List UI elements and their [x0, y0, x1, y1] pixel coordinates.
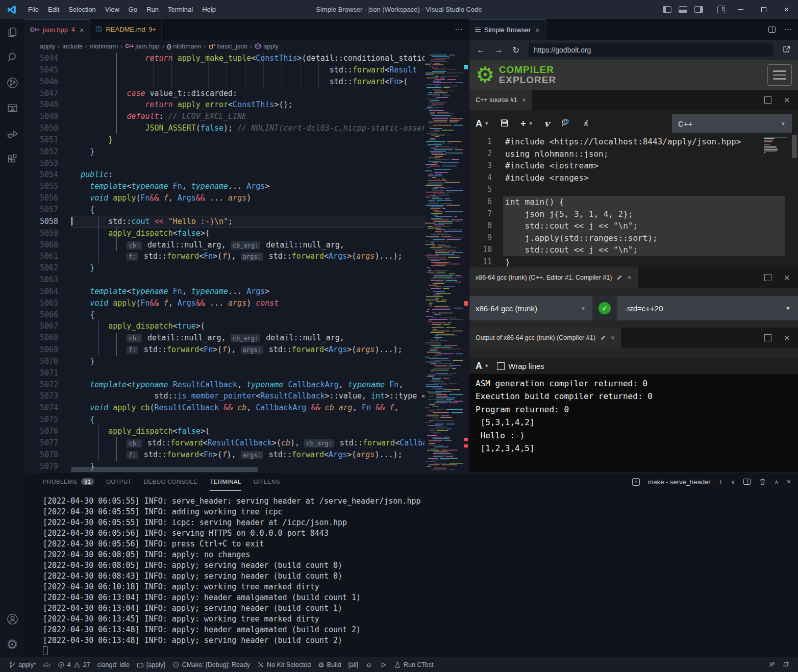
- close-icon[interactable]: ×: [80, 26, 84, 34]
- edit-icon[interactable]: [600, 335, 606, 341]
- code-editor[interactable]: 5044504550465047504850495050505150525053…: [24, 53, 469, 472]
- panel-tab-problems[interactable]: PROBLEMS31: [43, 472, 94, 491]
- panel-tab-debug-console[interactable]: DEBUG CONSOLE: [144, 472, 198, 491]
- maximize-pane-icon[interactable]: [764, 96, 771, 104]
- breadcrumb-item[interactable]: nlohmann: [90, 43, 118, 50]
- status-item-cmake-debug-ready[interactable]: CMake: [Debug]: Ready: [169, 657, 254, 672]
- close-pane-icon[interactable]: ×: [784, 95, 790, 105]
- panel-tab-gitlens[interactable]: GITLENS: [254, 472, 280, 491]
- breadcrumb-item[interactable]: {}nlohmann: [167, 43, 201, 50]
- status-item-run-ctest[interactable]: Run CTest: [390, 657, 437, 672]
- ce-compiler-tab[interactable]: x86-64 gcc (trunk) (C++, Editor #1, Comp…: [469, 267, 638, 288]
- maximize-panel-icon[interactable]: ∧: [775, 479, 779, 485]
- language-select[interactable]: C++▼: [672, 114, 792, 133]
- wrap-lines-checkbox[interactable]: [497, 362, 505, 370]
- save-icon[interactable]: [500, 118, 509, 129]
- tab-readme-md[interactable]: ⓘ README.md 9+: [90, 19, 162, 40]
- run-debug-icon[interactable]: [0, 121, 24, 146]
- status-item-no-kit-selected[interactable]: No Kit Selected: [254, 657, 314, 672]
- hamburger-menu-icon[interactable]: [767, 64, 792, 86]
- maximize-pane-icon[interactable]: [764, 274, 771, 281]
- menu-view[interactable]: View: [101, 0, 124, 19]
- forward-icon[interactable]: →: [494, 45, 503, 55]
- reload-icon[interactable]: ↻: [512, 45, 519, 56]
- cmake-window-icon[interactable]: [0, 95, 24, 121]
- menu-file[interactable]: File: [23, 0, 43, 19]
- status-item[interactable]: [764, 657, 779, 672]
- font-size-icon[interactable]: A ▼: [476, 118, 489, 129]
- tab-simple-browser[interactable]: Simple Browser ×: [469, 19, 546, 40]
- menu-edit[interactable]: Edit: [43, 0, 64, 19]
- status-item-clangd-idle[interactable]: clangd: idle: [94, 657, 133, 672]
- close-icon[interactable]: ×: [627, 273, 631, 282]
- close-icon[interactable]: ×: [611, 334, 615, 342]
- close-window-button[interactable]: ×: [775, 0, 798, 19]
- maximize-pane-icon[interactable]: [764, 334, 771, 341]
- status-item-apply[interactable]: [apply]: [133, 657, 169, 672]
- extensions-icon[interactable]: [0, 146, 24, 172]
- add-pane-icon[interactable]: + ▼: [520, 118, 533, 129]
- maximize-button[interactable]: [752, 0, 775, 19]
- account-icon[interactable]: [0, 606, 24, 632]
- quick-bench-icon[interactable]: [581, 118, 590, 129]
- more-actions-icon[interactable]: ⋯: [784, 24, 792, 34]
- close-icon[interactable]: ×: [535, 26, 540, 34]
- close-panel-icon[interactable]: ×: [787, 478, 791, 486]
- menu-help[interactable]: Help: [197, 0, 220, 19]
- search-icon[interactable]: [0, 44, 24, 70]
- terminal-session-label[interactable]: make - serve_header: [648, 478, 711, 486]
- new-terminal-icon[interactable]: +: [719, 478, 723, 486]
- status-item-all[interactable]: [all]: [345, 657, 362, 672]
- status-item-4[interactable]: 427: [54, 657, 94, 672]
- menu-run[interactable]: Run: [142, 0, 163, 19]
- terminal-output[interactable]: [2022-04-30 06:05:55] INFO: serve_header…: [24, 491, 798, 657]
- compiler-options-input[interactable]: -std=c++20▼: [617, 296, 798, 320]
- panel-tab-output[interactable]: OUTPUT: [106, 472, 132, 491]
- settings-gear-icon[interactable]: ⚙: [0, 632, 24, 657]
- close-icon[interactable]: ×: [522, 96, 526, 104]
- breadcrumb[interactable]: apply›include›nlohmann›C++json.hpp›{}nlo…: [24, 40, 469, 53]
- customize-layout-icon[interactable]: [717, 6, 725, 13]
- menu-terminal[interactable]: Terminal: [163, 0, 197, 19]
- ce-output-tab[interactable]: Output of x86-64 gcc (trunk) (Compiler #…: [469, 328, 621, 348]
- editor-actions-more-icon[interactable]: ⋯: [455, 24, 463, 34]
- source-control-icon[interactable]: [0, 70, 24, 95]
- url-input[interactable]: https://godbolt.org: [529, 43, 773, 57]
- vim-mode-icon[interactable]: v: [544, 118, 550, 129]
- kill-terminal-icon[interactable]: [759, 478, 766, 486]
- status-item-build[interactable]: ⚙Build: [314, 657, 344, 672]
- tab-json-hpp[interactable]: C++ json.hpp 4 ×: [24, 19, 90, 40]
- status-item[interactable]: [376, 657, 390, 672]
- close-pane-icon[interactable]: ×: [784, 272, 790, 283]
- status-item[interactable]: [779, 657, 793, 672]
- split-editor-icon[interactable]: [768, 27, 776, 33]
- breadcrumb-item[interactable]: C++json.hpp: [125, 43, 159, 50]
- minimize-button[interactable]: [729, 0, 752, 19]
- back-icon[interactable]: ←: [477, 45, 485, 55]
- compiler-select[interactable]: x86-64 gcc (trunk)▼: [469, 296, 592, 320]
- panel-tab-terminal[interactable]: TERMINAL: [210, 472, 241, 491]
- toggle-sidebar-icon[interactable]: [663, 6, 671, 13]
- breadcrumb-item[interactable]: apply: [40, 43, 55, 50]
- split-terminal-icon[interactable]: [743, 479, 751, 485]
- breadcrumb-item[interactable]: apply: [255, 43, 279, 50]
- files-icon[interactable]: [0, 19, 24, 44]
- edit-icon[interactable]: [616, 275, 622, 281]
- toggle-panel-icon[interactable]: [679, 6, 687, 13]
- close-pane-icon[interactable]: ×: [784, 333, 790, 343]
- ce-source-editor[interactable]: 1234567891011 #include <https://localhos…: [469, 134, 798, 267]
- menu-go[interactable]: Go: [124, 0, 142, 19]
- ce-scrollbar[interactable]: [791, 134, 798, 267]
- font-size-icon[interactable]: A ▼: [476, 361, 489, 371]
- terminal-dropdown-icon[interactable]: ∨: [731, 479, 735, 485]
- open-external-icon[interactable]: [782, 45, 791, 55]
- cpp-insights-icon[interactable]: [561, 118, 570, 129]
- status-item[interactable]: [40, 657, 54, 672]
- status-item[interactable]: [362, 657, 376, 672]
- toggle-secondary-sidebar-icon[interactable]: [694, 6, 703, 13]
- ce-source-tab[interactable]: C++ source #1×: [469, 90, 532, 110]
- breadcrumb-item[interactable]: basic_json: [209, 43, 247, 50]
- minimap[interactable]: [424, 53, 463, 472]
- breadcrumb-item[interactable]: include: [62, 43, 83, 50]
- status-item-apply[interactable]: apply*: [5, 657, 40, 672]
